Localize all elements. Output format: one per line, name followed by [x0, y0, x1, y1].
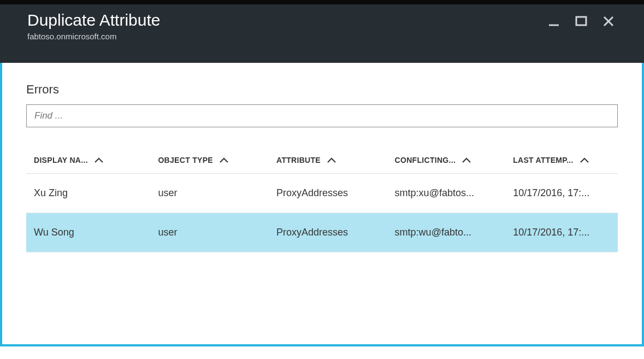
- errors-table: DISPLAY NA... OBJECT TYPE ATTRIBUTE CONF…: [26, 156, 618, 252]
- col-display-name[interactable]: DISPLAY NA...: [26, 156, 150, 164]
- top-accent-bar: [0, 0, 644, 4]
- chevron-up-icon: [220, 156, 228, 164]
- chevron-up-icon: [327, 156, 336, 164]
- chevron-up-icon: [462, 156, 471, 164]
- table-row[interactable]: Xu ZinguserProxyAddressessmtp:xu@fabtos.…: [26, 174, 618, 213]
- cell-conflicting: smtp:wu@fabto...: [387, 227, 506, 238]
- cell-last-attempt: 10/17/2016, 17:...: [505, 187, 618, 199]
- cell-attribute: ProxyAddresses: [269, 187, 387, 199]
- chevron-up-icon: [94, 156, 103, 164]
- cell-object-type: user: [150, 227, 269, 238]
- svg-rect-1: [576, 17, 586, 25]
- col-object-type[interactable]: OBJECT TYPE: [150, 156, 269, 164]
- cell-display-name: Wu Song: [26, 227, 150, 238]
- cell-last-attempt: 10/17/2016, 17:...: [505, 227, 618, 238]
- maximize-icon[interactable]: [575, 15, 587, 27]
- search-input[interactable]: [26, 104, 618, 127]
- col-conflicting[interactable]: CONFLICTING...: [387, 156, 506, 164]
- table-row[interactable]: Wu SonguserProxyAddressessmtp:wu@fabto..…: [26, 213, 618, 252]
- header-titles: Duplicate Attribute fabtoso.onmicrosoft.…: [27, 11, 160, 41]
- col-label: ATTRIBUTE: [276, 156, 321, 164]
- col-last-attempt[interactable]: LAST ATTEMP...: [505, 156, 618, 164]
- content-area: Errors DISPLAY NA... OBJECT TYPE ATTRIBU…: [2, 63, 642, 252]
- content-frame: Errors DISPLAY NA... OBJECT TYPE ATTRIBU…: [0, 63, 644, 346]
- blade-subtitle: fabtoso.onmicrosoft.com: [27, 32, 160, 41]
- blade-title: Duplicate Attribute: [27, 11, 160, 30]
- cell-attribute: ProxyAddresses: [269, 227, 387, 238]
- table-body: Xu ZinguserProxyAddressessmtp:xu@fabtos.…: [26, 174, 618, 252]
- col-label: OBJECT TYPE: [158, 156, 213, 164]
- col-attribute[interactable]: ATTRIBUTE: [269, 156, 387, 164]
- minimize-icon[interactable]: [548, 15, 560, 27]
- section-title: Errors: [26, 83, 618, 97]
- cell-display-name: Xu Zing: [26, 187, 150, 199]
- chevron-up-icon: [580, 156, 589, 164]
- col-label: LAST ATTEMP...: [513, 156, 574, 164]
- col-label: DISPLAY NA...: [34, 156, 88, 164]
- cell-object-type: user: [150, 187, 269, 199]
- col-label: CONFLICTING...: [395, 156, 456, 164]
- window-controls: [548, 11, 617, 27]
- table-header: DISPLAY NA... OBJECT TYPE ATTRIBUTE CONF…: [26, 156, 618, 174]
- cell-conflicting: smtp:xu@fabtos...: [387, 187, 506, 199]
- blade-header: Duplicate Attribute fabtoso.onmicrosoft.…: [0, 4, 644, 63]
- close-icon[interactable]: [602, 15, 615, 27]
